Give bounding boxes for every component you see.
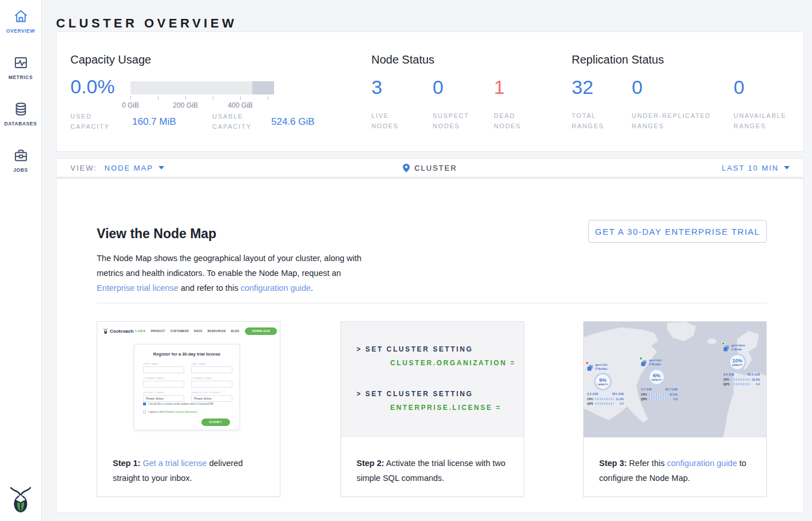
preview-text-input [191, 366, 232, 373]
enterprise-trial-license-link[interactable]: Enterprise trial license [97, 283, 179, 293]
chevron-down-icon [784, 166, 790, 169]
cpu-row: CPU53.3% [723, 378, 760, 381]
stat-value: 32 [572, 76, 604, 98]
stat-unavailable-ranges: 0 UNAVAILABLE RANGES [734, 76, 786, 131]
preview-checkbox-unchecked [143, 411, 146, 413]
capacity-gauge: 9% CAPACITY [594, 373, 612, 390]
map-locality-ams: geo=ams1 Node 10% CAPACITY 3.6 GiB36.6 G… [723, 344, 759, 386]
capacity-range-row: 3.6 GiB36.6 GiB [723, 373, 760, 376]
step-1-caption: Step 1: Get a trial license delivered st… [97, 437, 280, 486]
preview-select-input: Please Select [143, 395, 184, 402]
app-root: OVERVIEW METRICS DATABASES JO [0, 0, 812, 521]
cpu-row: CPU42.5% [641, 393, 678, 396]
status-dot-live [639, 357, 643, 360]
axis-tick [130, 96, 131, 100]
locality-node-count: 2 Nodes [649, 362, 662, 366]
sql-code-preview: > SET CLUSTER SETTING CLUSTER.ORGANIZATI… [341, 322, 524, 437]
stat-label: SUSPECT NODES [433, 110, 469, 131]
divider [97, 303, 767, 303]
page-title: CLUSTER OVERVIEW [56, 16, 237, 31]
axis-tick-label: 400 GiB [228, 101, 252, 109]
sidebar-item-label: DATABASES [4, 121, 37, 127]
step-card-3: geo=sfo2 Nodes 9% CAPACITY 3.2 GiB351 Gi… [583, 321, 767, 497]
configuration-guide-link[interactable]: configuration guide [240, 283, 311, 293]
sidebar-item-databases[interactable]: DATABASES [0, 93, 41, 139]
preview-field-label: COMPANY EMAIL [191, 377, 232, 380]
sidebar: OVERVIEW METRICS DATABASES JO [0, 0, 42, 521]
breadcrumb-cluster[interactable]: CLUSTER [57, 159, 803, 177]
stat-label: LIVE NODES [371, 110, 399, 131]
metrics-icon [13, 55, 29, 70]
capacity-range-row: 3.7 GiB43.7 GiB [641, 388, 678, 391]
code-line-argument: CLUSTER.ORGANIZATION = [390, 359, 516, 367]
preview-brand-logo: Cockroach LABS [103, 328, 146, 334]
preview-nav-item: DOCS [194, 330, 203, 333]
axis-tick [268, 96, 268, 100]
sidebar-item-metrics[interactable]: METRICS [0, 46, 41, 93]
time-range-value: LAST 10 MIN [722, 164, 779, 172]
node-map-heading: View the Node Map [97, 226, 216, 242]
map-locality-nyc: geo=nyc2 Nodes 6% CAPACITY 3.7 GiB43.7 G… [641, 358, 680, 401]
code-line-command: > SET CLUSTER SETTING [357, 345, 473, 353]
usable-capacity-value: 524.6 GiB [271, 116, 315, 128]
preview-text-input [191, 381, 232, 388]
axis-tick [185, 96, 186, 100]
map-locality-sfo: geo=sfo2 Nodes 9% CAPACITY 3.2 GiB351 Gi… [587, 363, 626, 405]
description-text: The Node Map shows the geographical layo… [97, 254, 362, 278]
stat-total-ranges: 32 TOTAL RANGES [572, 76, 604, 131]
used-capacity-value: 160.7 MiB [132, 116, 176, 128]
stat-label: TOTAL RANGES [572, 110, 604, 131]
enterprise-trial-button[interactable]: GET A 30-DAY ENTERPRISE TRIAL [588, 220, 767, 243]
stat-suspect-nodes: 0 SUSPECT NODES [433, 76, 469, 131]
step-card-1: Cockroach LABS PRODUCT CUSTOMERS DOCS RE… [97, 321, 280, 497]
qps-sparkline [649, 398, 668, 400]
step-3-caption: Step 3: Refer this configuration guide t… [584, 437, 766, 486]
preview-field-label: COMPANY NAME [143, 377, 184, 380]
configuration-guide-link[interactable]: configuration guide [667, 459, 737, 468]
website-preview-image: Cockroach LABS PRODUCT CUSTOMERS DOCS RE… [97, 322, 280, 437]
sidebar-item-label: JOBS [13, 167, 28, 173]
preview-text-input [143, 366, 184, 373]
breadcrumb-label: CLUSTER [414, 164, 457, 172]
stat-under-replicated-ranges: 0 UNDER-REPLICATED RANGES [632, 76, 711, 131]
preview-checkbox-row: I would like to receive email updates ab… [143, 402, 214, 405]
step-number: Step 2: [357, 459, 384, 468]
nodes-cube-icon [587, 363, 593, 369]
preview-submit-button: SUBMIT [201, 419, 230, 426]
sidebar-item-jobs[interactable]: JOBS [0, 139, 41, 185]
status-dot-live [722, 342, 725, 345]
preview-checkbox-row: I agree to the Software License Agreemen… [143, 411, 198, 413]
code-line-argument: ENTERPRISE.LICENSE = [390, 404, 501, 412]
get-trial-license-link[interactable]: Get a trial license [142, 459, 207, 468]
cockroach-bug-icon [103, 328, 108, 334]
stat-value: 1 [494, 76, 521, 98]
preview-field-label: LAST NAME [191, 362, 232, 365]
axis-tick [213, 96, 213, 100]
nodes-cube-icon [723, 344, 730, 350]
description-text: and refer to this [179, 283, 241, 293]
stat-label: DEAD NODES [494, 110, 521, 131]
status-dot-dead [585, 361, 589, 365]
replication-status-title: Replication Status [572, 53, 664, 66]
capacity-range-row: 3.2 GiB351 GiB [587, 392, 624, 396]
view-bar: VIEW: NODE MAP CLUSTER LAST 10 MIN [56, 158, 804, 177]
preview-text-input [143, 381, 184, 388]
stat-dead-nodes: 1 DEAD NODES [494, 76, 521, 131]
cluster-summary-panel: Capacity Usage 0.0% 0 GiB 200 GiB 400 Gi… [56, 31, 804, 152]
preview-download-button: DOWNLOAD [245, 327, 277, 335]
usable-capacity-label: USABLE CAPACITY [212, 111, 252, 132]
used-capacity-label: USED CAPACITY [70, 111, 110, 132]
preview-nav-item: BLOG [231, 330, 240, 333]
sidebar-item-overview[interactable]: OVERVIEW [0, 0, 41, 46]
time-range-dropdown[interactable]: LAST 10 MIN [722, 164, 790, 172]
stat-label: UNAVAILABLE RANGES [734, 110, 786, 131]
locality-name: geo=sfo [595, 363, 607, 367]
stat-value: 0 [734, 76, 786, 98]
cpu-sparkline [595, 398, 614, 400]
locality-name: geo=ams [731, 344, 745, 348]
step-card-2: > SET CLUSTER SETTING CLUSTER.ORGANIZATI… [340, 321, 524, 497]
qps-sparkline [595, 402, 614, 405]
step-2-caption: Step 2: Activate the trial license with … [341, 437, 524, 486]
preview-brand-suffix: LABS [135, 329, 145, 333]
capacity-bar-tail [252, 81, 274, 94]
